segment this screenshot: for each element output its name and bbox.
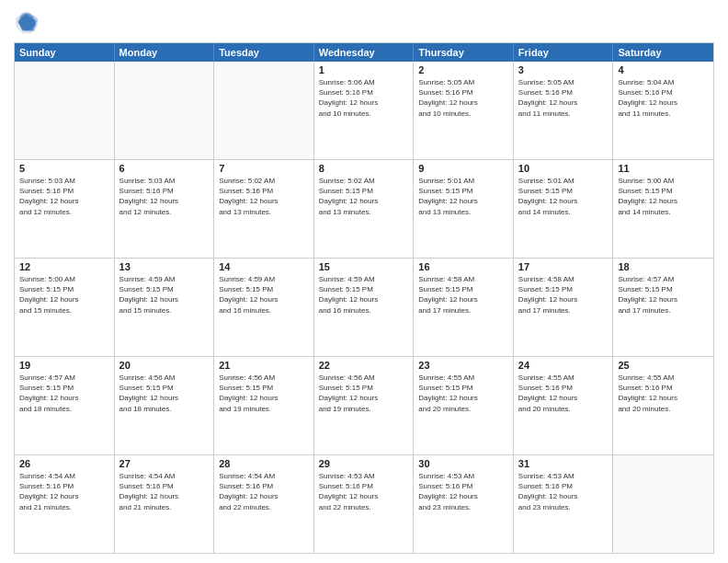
day-number: 1 xyxy=(319,64,409,75)
day-number: 26 xyxy=(19,458,109,469)
day-23: 23Sunrise: 4:55 AM Sunset: 5:15 PM Dayli… xyxy=(414,357,514,454)
page: SundayMondayTuesdayWednesdayThursdayFrid… xyxy=(0,0,728,563)
day-info: Sunrise: 4:56 AM Sunset: 5:15 PM Dayligh… xyxy=(119,373,210,414)
day-info: Sunrise: 4:55 AM Sunset: 5:15 PM Dayligh… xyxy=(418,373,508,414)
day-number: 3 xyxy=(518,64,609,75)
day-info: Sunrise: 4:53 AM Sunset: 5:16 PM Dayligh… xyxy=(418,471,508,512)
day-info: Sunrise: 4:59 AM Sunset: 5:15 PM Dayligh… xyxy=(319,274,409,316)
header-day-sunday: Sunday xyxy=(15,43,115,62)
day-27: 27Sunrise: 4:54 AM Sunset: 5:16 PM Dayli… xyxy=(115,455,215,553)
day-19: 19Sunrise: 4:57 AM Sunset: 5:15 PM Dayli… xyxy=(15,357,115,454)
day-info: Sunrise: 5:01 AM Sunset: 5:15 PM Dayligh… xyxy=(518,176,609,217)
day-number: 4 xyxy=(618,64,709,75)
day-info: Sunrise: 4:57 AM Sunset: 5:15 PM Dayligh… xyxy=(618,274,709,316)
day-info: Sunrise: 4:58 AM Sunset: 5:15 PM Dayligh… xyxy=(418,274,508,316)
empty-cell-4-6 xyxy=(613,455,713,553)
day-10: 10Sunrise: 5:01 AM Sunset: 5:15 PM Dayli… xyxy=(514,160,614,258)
day-13: 13Sunrise: 4:59 AM Sunset: 5:15 PM Dayli… xyxy=(115,259,215,356)
day-info: Sunrise: 5:03 AM Sunset: 5:16 PM Dayligh… xyxy=(119,176,210,217)
logo xyxy=(14,9,43,35)
day-number: 17 xyxy=(518,261,609,272)
day-1: 1Sunrise: 5:06 AM Sunset: 5:16 PM Daylig… xyxy=(314,62,415,159)
empty-cell-0-2 xyxy=(214,62,314,159)
day-9: 9Sunrise: 5:01 AM Sunset: 5:15 PM Daylig… xyxy=(414,160,514,258)
day-number: 12 xyxy=(19,261,109,272)
day-info: Sunrise: 5:03 AM Sunset: 5:16 PM Dayligh… xyxy=(19,176,109,217)
day-number: 18 xyxy=(618,261,709,272)
day-number: 25 xyxy=(618,360,709,371)
header-day-wednesday: Wednesday xyxy=(314,43,415,62)
day-5: 5Sunrise: 5:03 AM Sunset: 5:16 PM Daylig… xyxy=(15,160,115,258)
day-26: 26Sunrise: 4:54 AM Sunset: 5:16 PM Dayli… xyxy=(15,455,115,553)
calendar-header: SundayMondayTuesdayWednesdayThursdayFrid… xyxy=(15,43,713,62)
empty-cell-0-1 xyxy=(115,62,215,159)
day-number: 2 xyxy=(418,64,508,75)
day-info: Sunrise: 5:06 AM Sunset: 5:16 PM Dayligh… xyxy=(319,77,409,119)
calendar-row-2: 12Sunrise: 5:00 AM Sunset: 5:15 PM Dayli… xyxy=(15,258,713,356)
header-day-tuesday: Tuesday xyxy=(214,43,314,62)
day-number: 16 xyxy=(418,261,508,272)
calendar-row-1: 5Sunrise: 5:03 AM Sunset: 5:16 PM Daylig… xyxy=(15,159,713,258)
day-number: 19 xyxy=(19,360,109,371)
day-number: 15 xyxy=(319,261,409,272)
day-number: 29 xyxy=(319,458,409,469)
day-number: 30 xyxy=(418,458,508,469)
day-info: Sunrise: 4:54 AM Sunset: 5:16 PM Dayligh… xyxy=(219,471,309,512)
day-11: 11Sunrise: 5:00 AM Sunset: 5:15 PM Dayli… xyxy=(613,160,713,258)
calendar: SundayMondayTuesdayWednesdayThursdayFrid… xyxy=(14,42,714,554)
day-6: 6Sunrise: 5:03 AM Sunset: 5:16 PM Daylig… xyxy=(115,160,215,258)
day-info: Sunrise: 4:54 AM Sunset: 5:16 PM Dayligh… xyxy=(19,471,109,512)
day-28: 28Sunrise: 4:54 AM Sunset: 5:16 PM Dayli… xyxy=(214,455,314,553)
day-21: 21Sunrise: 4:56 AM Sunset: 5:15 PM Dayli… xyxy=(214,357,314,454)
day-number: 23 xyxy=(418,360,508,371)
day-24: 24Sunrise: 4:55 AM Sunset: 5:16 PM Dayli… xyxy=(514,357,614,454)
calendar-row-3: 19Sunrise: 4:57 AM Sunset: 5:15 PM Dayli… xyxy=(15,356,713,454)
logo-icon xyxy=(14,9,40,35)
day-2: 2Sunrise: 5:05 AM Sunset: 5:16 PM Daylig… xyxy=(414,62,514,159)
day-12: 12Sunrise: 5:00 AM Sunset: 5:15 PM Dayli… xyxy=(15,259,115,356)
day-29: 29Sunrise: 4:53 AM Sunset: 5:16 PM Dayli… xyxy=(314,455,415,553)
day-number: 28 xyxy=(219,458,309,469)
day-number: 22 xyxy=(319,360,409,371)
day-info: Sunrise: 4:53 AM Sunset: 5:16 PM Dayligh… xyxy=(319,471,409,512)
day-number: 9 xyxy=(418,163,508,174)
day-info: Sunrise: 4:58 AM Sunset: 5:15 PM Dayligh… xyxy=(518,274,609,316)
day-7: 7Sunrise: 5:02 AM Sunset: 5:16 PM Daylig… xyxy=(214,160,314,258)
day-info: Sunrise: 4:53 AM Sunset: 5:16 PM Dayligh… xyxy=(518,471,609,512)
day-31: 31Sunrise: 4:53 AM Sunset: 5:16 PM Dayli… xyxy=(514,455,614,553)
empty-cell-0-0 xyxy=(15,62,115,159)
day-number: 21 xyxy=(219,360,309,371)
day-30: 30Sunrise: 4:53 AM Sunset: 5:16 PM Dayli… xyxy=(414,455,514,553)
day-3: 3Sunrise: 5:05 AM Sunset: 5:16 PM Daylig… xyxy=(514,62,614,159)
day-22: 22Sunrise: 4:56 AM Sunset: 5:15 PM Dayli… xyxy=(314,357,415,454)
day-info: Sunrise: 5:00 AM Sunset: 5:15 PM Dayligh… xyxy=(618,176,709,217)
day-number: 14 xyxy=(219,261,309,272)
day-number: 6 xyxy=(119,163,210,174)
day-info: Sunrise: 4:56 AM Sunset: 5:15 PM Dayligh… xyxy=(219,373,309,414)
day-number: 7 xyxy=(219,163,309,174)
day-info: Sunrise: 4:55 AM Sunset: 5:16 PM Dayligh… xyxy=(618,373,709,414)
calendar-row-4: 26Sunrise: 4:54 AM Sunset: 5:16 PM Dayli… xyxy=(15,454,713,553)
day-info: Sunrise: 5:01 AM Sunset: 5:15 PM Dayligh… xyxy=(418,176,508,217)
day-25: 25Sunrise: 4:55 AM Sunset: 5:16 PM Dayli… xyxy=(613,357,713,454)
day-15: 15Sunrise: 4:59 AM Sunset: 5:15 PM Dayli… xyxy=(314,259,415,356)
day-info: Sunrise: 4:54 AM Sunset: 5:16 PM Dayligh… xyxy=(119,471,210,512)
day-info: Sunrise: 4:57 AM Sunset: 5:15 PM Dayligh… xyxy=(19,373,109,414)
day-18: 18Sunrise: 4:57 AM Sunset: 5:15 PM Dayli… xyxy=(613,259,713,356)
calendar-body: 1Sunrise: 5:06 AM Sunset: 5:16 PM Daylig… xyxy=(15,62,713,553)
day-number: 5 xyxy=(19,163,109,174)
header-day-monday: Monday xyxy=(115,43,215,62)
day-info: Sunrise: 5:05 AM Sunset: 5:16 PM Dayligh… xyxy=(518,77,609,119)
day-14: 14Sunrise: 4:59 AM Sunset: 5:15 PM Dayli… xyxy=(214,259,314,356)
day-info: Sunrise: 5:04 AM Sunset: 5:16 PM Dayligh… xyxy=(618,77,709,119)
day-info: Sunrise: 4:59 AM Sunset: 5:15 PM Dayligh… xyxy=(219,274,309,316)
header-day-friday: Friday xyxy=(514,43,614,62)
day-info: Sunrise: 4:56 AM Sunset: 5:15 PM Dayligh… xyxy=(319,373,409,414)
day-number: 10 xyxy=(518,163,609,174)
day-info: Sunrise: 4:59 AM Sunset: 5:15 PM Dayligh… xyxy=(119,274,210,316)
day-info: Sunrise: 5:02 AM Sunset: 5:16 PM Dayligh… xyxy=(219,176,309,217)
header xyxy=(14,9,714,35)
day-number: 31 xyxy=(518,458,609,469)
day-20: 20Sunrise: 4:56 AM Sunset: 5:15 PM Dayli… xyxy=(115,357,215,454)
day-info: Sunrise: 5:02 AM Sunset: 5:15 PM Dayligh… xyxy=(319,176,409,217)
